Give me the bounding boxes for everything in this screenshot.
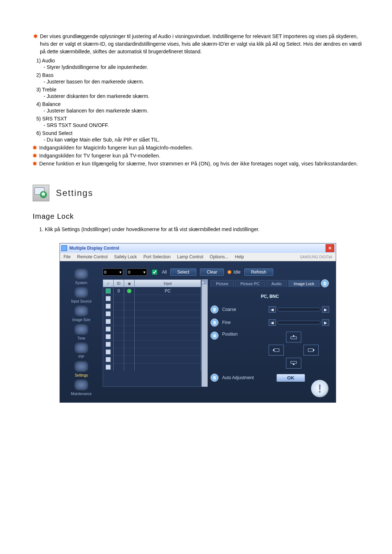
source-label: PC, BNC (211, 294, 329, 299)
star-icon: ✱ (33, 145, 39, 151)
grid-row-empty[interactable] (103, 348, 201, 356)
auto-adjust-row: 5 Auto Adjustment OK (211, 374, 329, 382)
dropdown-1[interactable]: 0▾ (103, 268, 123, 276)
callout-3: 3 (211, 319, 219, 327)
numbered-list: 1) Audio - Styrer lydindstillingerne for… (36, 58, 363, 143)
status-on-icon (127, 289, 131, 293)
arrow-right-icon[interactable]: ▶ (322, 306, 329, 313)
warning-icon: ! (311, 380, 328, 397)
star-icon: ✱ (33, 33, 40, 56)
grid-row-empty[interactable] (103, 325, 201, 333)
sidebar-item-input-source[interactable]: Input Source (71, 287, 92, 303)
grid-scrollbar[interactable]: ▴ (201, 279, 208, 387)
menubar: File Remote Control Safety Lock Port Sel… (60, 253, 336, 261)
grid-row-empty[interactable] (103, 333, 201, 340)
callout-4: 4 (211, 332, 219, 340)
tab-picture[interactable]: Picture (211, 280, 234, 287)
toolbar: 0▾ 0▾ All Select Clear Idle Refresh (103, 268, 329, 276)
svg-rect-2 (291, 337, 297, 339)
menu-remote-control[interactable]: Remote Control (77, 254, 107, 259)
ok-button[interactable]: OK (277, 374, 305, 382)
grid-row-0[interactable]: 0 PC (103, 287, 201, 295)
menu-file[interactable]: File (64, 254, 70, 259)
slider-track[interactable] (277, 321, 320, 324)
all-label: All (162, 270, 167, 275)
menu-lamp-control[interactable]: Lamp Control (177, 254, 203, 259)
sidebar-item-pip[interactable]: PIP (74, 342, 88, 359)
tabs: Picture Picture PC Audio Image Lock 1 (211, 279, 329, 287)
settings-heading: Settings (33, 185, 363, 201)
sidebar-item-maintenance[interactable]: Maintenance (71, 379, 91, 396)
settings-title: Settings (56, 188, 93, 198)
callout-1: 1 (321, 279, 329, 287)
close-button[interactable]: ✕ (326, 244, 334, 252)
scroll-up-icon[interactable]: ▴ (202, 279, 207, 284)
coarse-slider[interactable]: ◀ ▶ (269, 306, 329, 313)
grid-row-empty[interactable] (103, 295, 201, 302)
settings-icon (33, 185, 49, 201)
refresh-button[interactable]: Refresh (244, 268, 273, 276)
svg-rect-5 (273, 349, 274, 351)
sidebar-item-settings[interactable]: Settings (74, 361, 88, 377)
tab-audio[interactable]: Audio (266, 280, 287, 287)
grid-row-empty[interactable] (103, 356, 201, 363)
display-grid: ✓ ID ◉ Input 0 PC (103, 279, 201, 387)
chevron-down-icon: ▾ (143, 270, 146, 275)
slider-track[interactable] (277, 308, 320, 311)
right-panel: Picture Picture PC Audio Image Lock 1 PC… (208, 279, 329, 387)
position-row: 4 Position (211, 332, 329, 369)
coarse-row: 2 Coarse ◀ ▶ (211, 305, 329, 313)
grid-row-empty[interactable] (103, 310, 201, 317)
callout-5: 5 (211, 374, 219, 382)
menu-help[interactable]: Help (235, 254, 244, 259)
app-icon (61, 245, 67, 251)
arrow-right-icon[interactable]: ▶ (322, 319, 329, 326)
svg-rect-6 (308, 349, 313, 352)
star-icon: ✱ (33, 161, 39, 167)
position-down[interactable] (286, 358, 301, 369)
brand-label: SAMSUNG DIGITall (300, 255, 332, 259)
clear-button[interactable]: Clear (200, 268, 224, 276)
step-1: 1. Klik på Settings (Indstillinger) unde… (39, 226, 363, 232)
status-col-icon: ◉ (124, 280, 135, 287)
position-right[interactable] (303, 345, 319, 356)
callout-2: 2 (211, 305, 219, 313)
position-left[interactable] (269, 345, 284, 356)
note-magicinfo: ✱ Indgangskilden for MagicInfo fungerer … (33, 145, 363, 151)
star-icon: ✱ (33, 153, 39, 159)
select-button[interactable]: Select (170, 268, 196, 276)
idle-dot-icon (228, 270, 231, 274)
svg-rect-4 (274, 349, 279, 352)
arrow-left-icon[interactable]: ◀ (269, 319, 276, 326)
fine-slider[interactable]: ◀ ▶ (269, 319, 329, 326)
position-pad (269, 332, 319, 369)
titlebar: Multiple Display Control ✕ (60, 243, 336, 253)
svg-rect-8 (291, 361, 297, 364)
window-title: Multiple Display Control (69, 246, 119, 251)
position-up[interactable] (286, 332, 301, 342)
coarse-label: Coarse (222, 307, 265, 312)
menu-port-selection[interactable]: Port Selection (143, 254, 171, 259)
grid-row-empty[interactable] (103, 340, 201, 348)
sidebar-item-system[interactable]: System (74, 268, 88, 285)
tab-image-lock[interactable]: Image Lock (288, 280, 320, 287)
sidebar-item-image-size[interactable]: Image Size (72, 305, 90, 322)
dropdown-2[interactable]: 0▾ (127, 268, 147, 276)
grid-row-empty[interactable] (103, 317, 201, 325)
intro-text: Der vises grundlæggende oplysninger til … (40, 33, 363, 56)
grid-row-empty[interactable] (103, 302, 201, 310)
tab-picture-pc[interactable]: Picture PC (235, 280, 265, 287)
position-label: Position (222, 332, 265, 337)
app-window: Multiple Display Control ✕ File Remote C… (60, 243, 336, 403)
arrow-left-icon[interactable]: ◀ (269, 306, 276, 313)
fine-row: 3 Fine ◀ ▶ (211, 319, 329, 327)
grid-row-empty[interactable] (103, 363, 201, 371)
menu-safety-lock[interactable]: Safety Lock (114, 254, 137, 259)
all-checkbox[interactable] (152, 270, 157, 275)
chevron-down-icon: ▾ (119, 270, 122, 275)
section-title: Image Lock (33, 212, 363, 221)
sidebar-item-time[interactable]: Time (74, 324, 88, 340)
menu-options[interactable]: Options... (210, 254, 228, 259)
close-icon: ✕ (328, 246, 332, 251)
auto-adjust-label: Auto Adjustment (222, 375, 273, 380)
